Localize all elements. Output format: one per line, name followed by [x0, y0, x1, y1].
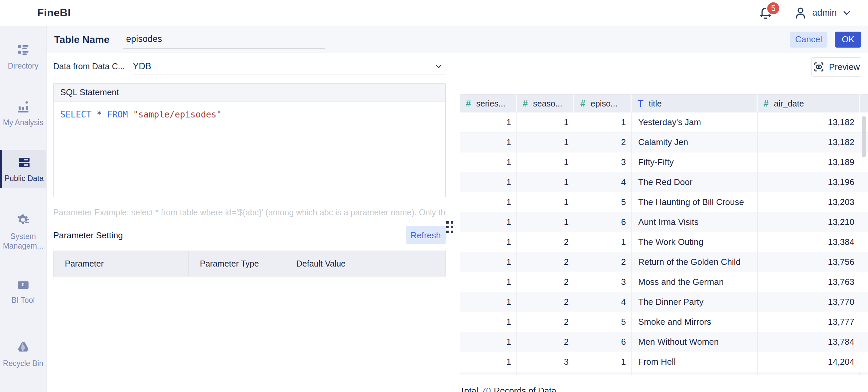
- sql-code-editor[interactable]: SELECT * FROM "sample/episodes": [54, 101, 445, 197]
- cell-season: 2: [517, 332, 575, 352]
- preview-button[interactable]: Preview: [811, 57, 861, 77]
- table-row: 1 2 6 Men Without Women 13,784: [460, 332, 868, 352]
- header-gutter: [860, 94, 868, 113]
- cell-season: 2: [517, 232, 575, 252]
- column-header-episode[interactable]: # episo...: [575, 94, 631, 113]
- cell-series: 1: [460, 232, 517, 252]
- system-management-icon: [16, 213, 30, 227]
- cell-title: The Work Outing: [631, 232, 757, 252]
- cell-air-date: 13,784: [757, 332, 860, 352]
- numeric-type-icon: #: [523, 98, 528, 109]
- cell-series: 1: [460, 172, 517, 192]
- table-row: 1 1 2 Calamity Jen 13,182: [460, 132, 868, 152]
- parameter-table-header: Parameter Parameter Type Default Value: [53, 250, 446, 276]
- cell-season: 2: [517, 312, 575, 332]
- table-row: 1 2 5 Smoke and Mirrors 13,777: [460, 312, 868, 332]
- cell-season: 1: [517, 152, 575, 172]
- column-header-title[interactable]: T title: [631, 94, 757, 113]
- vertical-scrollbar[interactable]: [862, 116, 866, 157]
- refresh-button[interactable]: Refresh: [406, 226, 446, 244]
- cell-series: 1: [460, 212, 517, 232]
- cell-episode: 6: [575, 332, 631, 352]
- cell-air-date: 13,770: [757, 292, 860, 312]
- table-row: 1 2 4 The Dinner Party 13,770: [460, 292, 868, 312]
- cell-episode: 5: [575, 192, 631, 212]
- column-header-label: seaso...: [533, 99, 562, 109]
- sql-statement-box: SQL Statement SELECT * FROM "sample/epis…: [53, 83, 446, 197]
- sidebar-item-directory[interactable]: Directory: [0, 42, 46, 83]
- top-bar: FineBI 5 admin: [0, 0, 868, 26]
- public-data-icon: [17, 155, 31, 169]
- cell-air-date: 13,384: [757, 232, 860, 252]
- cell-season: 1: [517, 172, 575, 192]
- chevron-down-icon: [841, 8, 852, 18]
- cell-air-date: 13,210: [757, 212, 860, 232]
- sidebar-item-system-management[interactable]: System Managem...: [0, 213, 46, 260]
- cell-season: 1: [517, 132, 575, 152]
- sidebar-item-public-data[interactable]: Public Data: [0, 150, 46, 188]
- cell-title: Moss and the German: [631, 272, 757, 292]
- cell-season: 1: [517, 192, 575, 212]
- cell-air-date: 13,182: [757, 132, 860, 152]
- table-row: 1 1 4 The Red Door 13,196: [460, 172, 868, 192]
- column-header-series[interactable]: # series...: [460, 94, 517, 113]
- data-preview-panel: Preview # series... # seaso...: [455, 53, 868, 392]
- cell-season: 2: [517, 252, 575, 272]
- cell-season: 3: [517, 352, 575, 372]
- cell-series: 1: [460, 252, 517, 272]
- recycle-bin-icon: [16, 340, 30, 354]
- cell-air-date: 13,756: [757, 252, 860, 272]
- numeric-type-icon: #: [466, 98, 471, 109]
- sidebar-item-bi-tool[interactable]: BI Tool: [0, 277, 46, 317]
- cell-episode: 3: [575, 272, 631, 292]
- data-connection-select[interactable]: YDB: [133, 58, 446, 75]
- cell-air-date: 13,189: [757, 152, 860, 172]
- total-prefix: Total: [460, 386, 478, 392]
- preview-table-body: 1 1 1 Yesterday's Jam 13,182 1 1 2 Calam…: [460, 113, 868, 372]
- column-header-label: air_date: [774, 99, 804, 109]
- column-header-label: title: [649, 99, 662, 109]
- cell-series: 1: [460, 132, 517, 152]
- cell-episode: 3: [575, 152, 631, 172]
- cell-title: Return of the Golden Child: [631, 252, 757, 272]
- sidebar-item-label: Recycle Bin: [3, 359, 43, 368]
- column-header-season[interactable]: # seaso...: [517, 94, 575, 113]
- cell-season: 2: [517, 272, 575, 292]
- records-total: Total 70 Records of Data: [460, 386, 868, 392]
- cell-title: The Haunting of Bill Crouse: [631, 192, 757, 212]
- cancel-button[interactable]: Cancel: [790, 32, 828, 48]
- cell-series: 1: [460, 332, 517, 352]
- table-row: 1 2 2 Return of the Golden Child 13,756: [460, 252, 868, 272]
- cell-series: 1: [460, 272, 517, 292]
- sidebar-item-label: System Managem...: [0, 232, 46, 251]
- cell-episode: 2: [575, 252, 631, 272]
- cell-series: 1: [460, 152, 517, 172]
- sidebar-item-my-analysis[interactable]: My Analysis: [0, 99, 46, 139]
- cell-title: Calamity Jen: [631, 132, 757, 152]
- table-name-bar: Table Name episodes Cancel OK: [46, 26, 868, 53]
- sidebar-item-label: BI Tool: [12, 296, 35, 305]
- cell-title: From Hell: [631, 352, 757, 372]
- user-menu[interactable]: admin: [794, 6, 852, 20]
- column-header-air-date[interactable]: # air_date: [757, 94, 860, 113]
- cell-air-date: 13,196: [757, 172, 860, 192]
- user-icon: [794, 6, 807, 20]
- notification-bell-button[interactable]: 5: [758, 5, 774, 21]
- sql-star: *: [97, 110, 102, 119]
- sql-keyword-from: FROM: [107, 110, 128, 119]
- text-type-icon: T: [638, 98, 644, 109]
- cell-episode: 6: [575, 212, 631, 232]
- parameter-column-header: Parameter: [54, 251, 189, 276]
- preview-button-label: Preview: [829, 62, 860, 72]
- cell-title: Aunt Irma Visits: [631, 212, 757, 232]
- ok-button[interactable]: OK: [835, 32, 861, 48]
- cell-episode: 1: [575, 113, 631, 132]
- cell-air-date: 13,203: [757, 192, 860, 212]
- table-row: 1 1 3 Fifty-Fifty 13,189: [460, 152, 868, 172]
- panel-divider: [451, 53, 455, 392]
- cell-episode: 4: [575, 292, 631, 312]
- panel-resize-handle[interactable]: [446, 221, 453, 233]
- table-name-input[interactable]: episodes: [123, 30, 325, 49]
- cell-series: 1: [460, 352, 517, 372]
- sidebar-item-recycle-bin[interactable]: Recycle Bin: [0, 340, 46, 380]
